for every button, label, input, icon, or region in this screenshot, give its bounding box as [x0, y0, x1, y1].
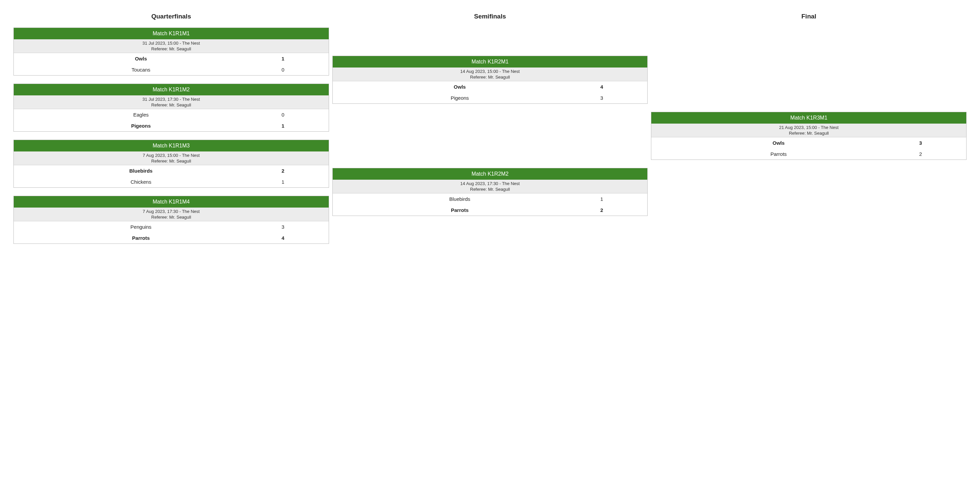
match-card: Match K1R1M4 7 Aug 2023, 17:30 - The Nes…	[13, 196, 329, 244]
match-meta: 21 Aug 2023, 15:00 - The Nest Referee: M…	[651, 124, 966, 137]
match-referee: Referee: Mr. Seagull	[333, 74, 648, 80]
column-title: Final	[651, 7, 967, 27]
column-title: Quarterfinals	[13, 7, 329, 27]
team-row: Bluebirds 1	[333, 194, 648, 205]
match-card: Match K1R2M1 14 Aug 2023, 15:00 - The Ne…	[332, 56, 648, 104]
team-name: Chickens	[14, 179, 268, 185]
team-row: Owls 3	[651, 137, 966, 148]
match-meta: 14 Aug 2023, 15:00 - The Nest Referee: M…	[333, 68, 648, 81]
column-semifinals: Semifinals Match K1R2M1 14 Aug 2023, 15:…	[332, 7, 648, 244]
match-header: Match K1R2M1	[333, 56, 648, 68]
match-card: Match K1R2M2 14 Aug 2023, 17:30 - The Ne…	[332, 168, 648, 216]
match-header: Match K1R3M1	[651, 112, 966, 124]
team-score: 3	[268, 224, 329, 230]
team-score: 1	[268, 56, 329, 62]
matches-list: Match K1R2M1 14 Aug 2023, 15:00 - The Ne…	[332, 27, 648, 244]
team-name: Bluebirds	[14, 168, 268, 174]
team-name: Pigeons	[14, 123, 268, 129]
match-meta: 7 Aug 2023, 17:30 - The Nest Referee: Mr…	[14, 208, 329, 221]
match-header: Match K1R2M2	[333, 168, 648, 180]
team-name: Parrots	[333, 207, 587, 213]
team-score: 0	[268, 112, 329, 117]
match-datetime-venue: 7 Aug 2023, 17:30 - The Nest	[14, 208, 329, 214]
bracket: Quarterfinals Match K1R1M1 31 Jul 2023, …	[13, 7, 967, 244]
team-name: Eagles	[14, 112, 268, 117]
match-datetime-venue: 31 Jul 2023, 17:30 - The Nest	[14, 96, 329, 102]
team-score: 2	[587, 207, 647, 213]
match-card: Match K1R1M1 31 Jul 2023, 15:00 - The Ne…	[13, 27, 329, 76]
team-name: Toucans	[14, 67, 268, 73]
team-name: Parrots	[651, 151, 906, 157]
column-final: Final Match K1R3M1 21 Aug 2023, 15:00 - …	[651, 7, 967, 244]
match-datetime-venue: 31 Jul 2023, 15:00 - The Nest	[14, 40, 329, 46]
team-row: Toucans 0	[14, 64, 329, 75]
team-score: 4	[268, 235, 329, 241]
team-score: 0	[268, 67, 329, 73]
match-datetime-venue: 14 Aug 2023, 17:30 - The Nest	[333, 181, 648, 186]
team-name: Owls	[14, 56, 268, 62]
team-score: 1	[268, 123, 329, 129]
column-title: Semifinals	[332, 7, 648, 27]
team-name: Parrots	[14, 235, 268, 241]
match-referee: Referee: Mr. Seagull	[333, 186, 648, 192]
match-header: Match K1R1M2	[14, 84, 329, 95]
team-row: Owls 4	[333, 81, 648, 92]
team-row: Parrots 4	[14, 232, 329, 243]
match-meta: 31 Jul 2023, 17:30 - The Nest Referee: M…	[14, 95, 329, 109]
matches-list: Match K1R3M1 21 Aug 2023, 15:00 - The Ne…	[651, 27, 967, 244]
team-score: 1	[268, 179, 329, 185]
match-header: Match K1R1M4	[14, 196, 329, 208]
match-card: Match K1R1M2 31 Jul 2023, 17:30 - The Ne…	[13, 84, 329, 132]
team-row: Penguins 3	[14, 221, 329, 232]
match-datetime-venue: 14 Aug 2023, 15:00 - The Nest	[333, 68, 648, 74]
team-name: Pigeons	[333, 95, 587, 101]
matches-list: Match K1R1M1 31 Jul 2023, 15:00 - The Ne…	[13, 27, 329, 244]
team-row: Parrots 2	[651, 148, 966, 160]
team-row: Bluebirds 2	[14, 165, 329, 176]
team-score: 3	[587, 95, 647, 101]
match-card: Match K1R3M1 21 Aug 2023, 15:00 - The Ne…	[651, 112, 967, 160]
column-quarterfinals: Quarterfinals Match K1R1M1 31 Jul 2023, …	[13, 7, 329, 244]
match-card: Match K1R1M3 7 Aug 2023, 15:00 - The Nes…	[13, 140, 329, 188]
team-score: 2	[268, 168, 329, 174]
team-row: Pigeons 3	[333, 92, 648, 103]
match-referee: Referee: Mr. Seagull	[14, 102, 329, 108]
team-row: Pigeons 1	[14, 120, 329, 131]
team-score: 4	[587, 84, 647, 90]
match-referee: Referee: Mr. Seagull	[14, 158, 329, 164]
match-datetime-venue: 21 Aug 2023, 15:00 - The Nest	[651, 125, 966, 130]
match-meta: 7 Aug 2023, 15:00 - The Nest Referee: Mr…	[14, 151, 329, 165]
match-header: Match K1R1M3	[14, 140, 329, 151]
team-name: Bluebirds	[333, 196, 587, 202]
team-score: 2	[906, 151, 966, 157]
team-row: Parrots 2	[333, 205, 648, 216]
match-meta: 31 Jul 2023, 15:00 - The Nest Referee: M…	[14, 39, 329, 53]
team-row: Eagles 0	[14, 109, 329, 120]
team-score: 1	[587, 196, 647, 202]
match-header: Match K1R1M1	[14, 28, 329, 39]
team-row: Chickens 1	[14, 176, 329, 187]
team-score: 3	[906, 140, 966, 146]
match-referee: Referee: Mr. Seagull	[14, 214, 329, 220]
match-referee: Referee: Mr. Seagull	[14, 46, 329, 52]
team-name: Penguins	[14, 224, 268, 230]
team-row: Owls 1	[14, 53, 329, 64]
match-referee: Referee: Mr. Seagull	[651, 130, 966, 136]
match-datetime-venue: 7 Aug 2023, 15:00 - The Nest	[14, 152, 329, 158]
match-meta: 14 Aug 2023, 17:30 - The Nest Referee: M…	[333, 180, 648, 194]
team-name: Owls	[651, 140, 906, 146]
team-name: Owls	[333, 84, 587, 90]
